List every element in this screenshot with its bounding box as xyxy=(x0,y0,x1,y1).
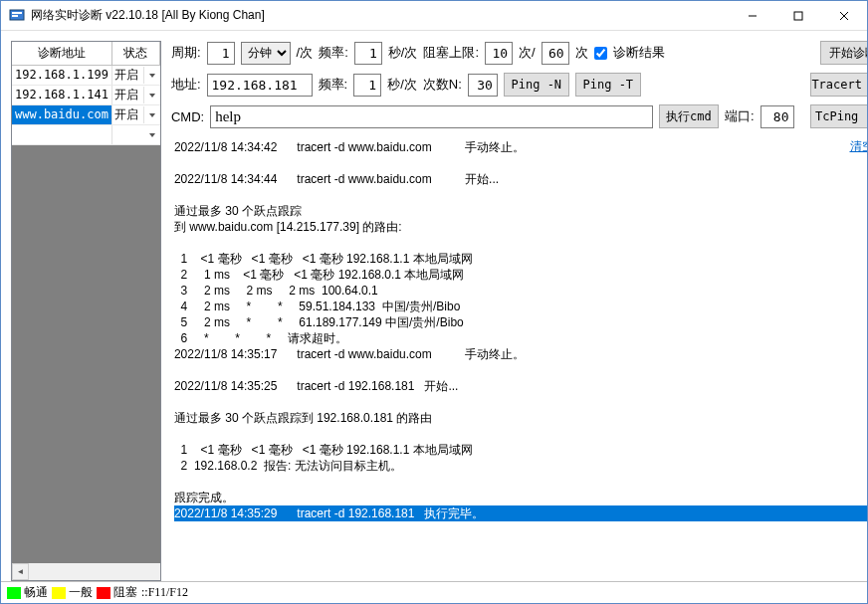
cell-state[interactable]: 开启 xyxy=(112,106,144,123)
control-row-1: 周期: 分钟 /次 频率: 秒/次 阻塞上限: 次/ 次 诊断结果 开始诊断 xyxy=(171,41,867,65)
clear-link[interactable]: 清空× xyxy=(849,138,868,155)
diag-result-label[interactable]: 诊断结果 xyxy=(613,44,665,62)
right-panel: 周期: 分钟 /次 频率: 秒/次 阻塞上限: 次/ 次 诊断结果 开始诊断 地… xyxy=(171,41,867,581)
per-time-label: /次 xyxy=(297,44,314,62)
rate2-unit-label: 秒/次 xyxy=(387,76,417,94)
state-dropdown[interactable] xyxy=(144,113,160,117)
block-mid-label: 次/ xyxy=(519,44,536,62)
grid-header: 诊断地址 状态 xyxy=(12,42,160,66)
status-mid: 一般 xyxy=(52,584,93,601)
port-input[interactable] xyxy=(760,105,794,128)
chevron-down-icon xyxy=(149,113,155,117)
yellow-square-icon xyxy=(52,587,66,599)
rate2-label: 频率: xyxy=(319,76,348,94)
col-header-address[interactable]: 诊断地址 xyxy=(12,42,112,65)
svg-rect-1 xyxy=(12,12,22,14)
cell-address[interactable]: 192.168.1.199 xyxy=(12,66,112,85)
period-input[interactable] xyxy=(207,42,235,65)
tcping-n-button[interactable]: TcPing -N xyxy=(810,104,867,128)
cmd-label: CMD: xyxy=(171,109,204,124)
col-header-state[interactable]: 状态 xyxy=(112,42,160,65)
count-input[interactable] xyxy=(468,74,498,97)
green-square-icon xyxy=(7,587,21,599)
block-end-label: 次 xyxy=(575,44,588,62)
addr-label: 地址: xyxy=(171,76,201,94)
titlebar: 网络实时诊断 v22.10.18 [All By Kiong Chan] xyxy=(1,1,867,31)
console-wrap: 清空× 2022/11/8 14:34:42 tracert -d www.ba… xyxy=(171,136,867,581)
cell-address[interactable]: www.baidu.com xyxy=(12,105,112,124)
cell-state[interactable]: 开启 xyxy=(112,87,144,103)
svg-rect-2 xyxy=(12,15,18,17)
block-a-input[interactable] xyxy=(485,42,513,65)
period-label: 周期: xyxy=(171,44,201,62)
close-button[interactable] xyxy=(821,1,867,31)
chevron-down-icon xyxy=(149,74,155,78)
grid-body[interactable]: 192.168.1.199开启192.168.1.141开启www.baidu.… xyxy=(12,66,160,563)
minimize-button[interactable] xyxy=(730,1,775,31)
cell-address[interactable]: 192.168.1.141 xyxy=(12,86,112,104)
exec-cmd-button[interactable]: 执行cmd xyxy=(659,104,719,128)
count-label: 次数N: xyxy=(423,76,462,94)
ping-t-button[interactable]: Ping -T xyxy=(575,73,641,97)
state-dropdown[interactable] xyxy=(144,74,160,78)
chevron-down-icon xyxy=(149,133,155,137)
console-selected-line: 2022/11/8 14:35:29 tracert -d 192.168.18… xyxy=(174,505,867,521)
svg-rect-4 xyxy=(794,12,802,20)
statusbar: 畅通 一般 阻塞 ::F11/F12 xyxy=(1,581,867,603)
cell-state[interactable]: 开启 xyxy=(112,67,144,84)
ping-n-button[interactable]: Ping -N xyxy=(504,73,569,97)
state-dropdown[interactable] xyxy=(144,94,160,98)
control-row-2: 地址: 频率: 秒/次 次数N: Ping -N Ping -T Tracert… xyxy=(171,73,867,97)
tracert-d-button[interactable]: Tracert -D xyxy=(810,73,867,97)
unit-select[interactable]: 分钟 xyxy=(241,42,291,65)
window-title: 网络实时诊断 v22.10.18 [All By Kiong Chan] xyxy=(31,7,730,24)
red-square-icon xyxy=(97,587,110,599)
app-icon xyxy=(9,8,25,24)
rate-unit-label: 秒/次 xyxy=(388,44,418,62)
rate2-input[interactable] xyxy=(353,74,381,97)
table-row-empty[interactable] xyxy=(12,125,160,145)
rate-label: 频率: xyxy=(319,44,348,62)
scroll-left-icon[interactable]: ◄ xyxy=(12,563,29,580)
status-ok: 畅通 xyxy=(7,584,48,601)
rate-input[interactable] xyxy=(354,42,382,65)
block-label: 阻塞上限: xyxy=(423,44,479,62)
console-text: 2022/11/8 14:34:42 tracert -d www.baidu.… xyxy=(174,140,525,504)
addr-input[interactable] xyxy=(207,74,313,97)
table-row[interactable]: www.baidu.com开启 xyxy=(12,105,160,125)
console-output[interactable]: 2022/11/8 14:34:42 tracert -d www.baidu.… xyxy=(171,136,867,581)
maximize-button[interactable] xyxy=(775,1,821,31)
window-buttons xyxy=(730,1,867,31)
status-bad: 阻塞 xyxy=(97,584,137,601)
address-grid: 诊断地址 状态 192.168.1.199开启192.168.1.141开启ww… xyxy=(11,41,161,581)
table-row[interactable]: 192.168.1.141开启 xyxy=(12,86,160,105)
start-diag-button[interactable]: 开始诊断 xyxy=(820,41,867,65)
port-label: 端口: xyxy=(725,107,755,125)
horizontal-scrollbar[interactable]: ◄ xyxy=(12,563,160,580)
table-row[interactable]: 192.168.1.199开启 xyxy=(12,66,160,86)
state-dropdown[interactable] xyxy=(144,133,160,137)
cmd-input[interactable] xyxy=(210,105,653,128)
status-keys: ::F11/F12 xyxy=(141,585,188,600)
block-b-input[interactable] xyxy=(542,42,569,65)
control-row-3: CMD: 执行cmd 端口: TcPing -N xyxy=(171,104,867,128)
chevron-down-icon xyxy=(149,94,155,98)
diag-result-checkbox[interactable] xyxy=(594,47,607,60)
